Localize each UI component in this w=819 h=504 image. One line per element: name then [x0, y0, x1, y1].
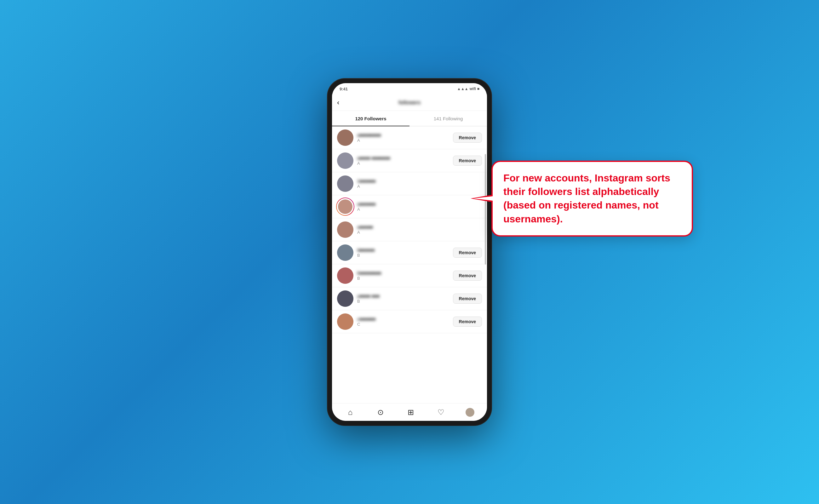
avatar-image	[337, 152, 353, 169]
avatar-image	[337, 313, 353, 330]
bottom-nav: ⌂ ⊙ ⊞ ♡	[332, 403, 487, 421]
page-title: followers	[398, 100, 421, 106]
back-button[interactable]: ‹	[337, 99, 339, 107]
list-item: a■■■■■ A	[332, 218, 487, 241]
nav-search-icon[interactable]: ⊙	[375, 407, 386, 418]
header: ‹ followers	[332, 95, 487, 111]
user-name: a■■■■ ■■■■■■■	[357, 156, 453, 161]
nav-add-icon[interactable]: ⊞	[405, 407, 416, 418]
user-handle: A	[357, 207, 482, 212]
list-item: a■■■■■■■■ A Remove	[332, 126, 487, 149]
user-handle: C	[357, 322, 453, 327]
user-name: c■■■■■■	[357, 317, 453, 322]
user-name: b■■■■■■■■	[357, 271, 453, 276]
user-info: 1■■■■■■ A	[357, 179, 482, 189]
avatar-image	[337, 175, 353, 192]
user-name: 1■■■■■■	[357, 179, 482, 184]
followers-list: a■■■■■■■■ A Remove a■■■■ ■■■■■■■ A Remov…	[332, 126, 487, 403]
user-info: a■■■■■■ A	[357, 202, 482, 212]
user-info: a■■■■■ A	[357, 225, 482, 235]
avatar	[337, 290, 353, 307]
user-info: t■■■■■■ B	[357, 248, 453, 258]
user-info: b■■■■■■■■ B	[357, 271, 453, 281]
phone-screen: 9:41 ▲▲▲ wifi ■ ‹ followers 120 Follower…	[332, 83, 487, 421]
remove-button[interactable]: Remove	[453, 271, 482, 281]
phone-frame: 9:41 ▲▲▲ wifi ■ ‹ followers 120 Follower…	[328, 79, 491, 425]
avatar-image	[337, 244, 353, 261]
avatar	[337, 198, 353, 215]
scroll-indicator	[485, 154, 486, 265]
list-item: c■■■■■■ C Remove	[332, 310, 487, 333]
user-handle: A	[357, 184, 482, 189]
tab-following[interactable]: 141 Following	[409, 111, 487, 126]
battery-icon: ■	[477, 87, 479, 91]
signal-icon: ▲▲▲	[457, 87, 468, 91]
user-name: a■■■■■	[357, 225, 482, 230]
remove-button[interactable]: Remove	[453, 156, 482, 166]
user-name: a■■■■■■	[357, 202, 482, 207]
callout-arrow	[467, 192, 493, 205]
user-handle: A	[357, 161, 453, 166]
user-handle: B	[357, 276, 453, 281]
avatar-image	[337, 290, 353, 307]
nav-heart-icon[interactable]: ♡	[435, 407, 447, 418]
avatar	[337, 313, 353, 330]
tab-followers[interactable]: 120 Followers	[332, 111, 409, 126]
phone-wrapper: 9:41 ▲▲▲ wifi ■ ‹ followers 120 Follower…	[328, 79, 491, 425]
nav-home-icon[interactable]: ⌂	[345, 407, 356, 418]
user-handle: B	[357, 299, 453, 304]
wifi-icon: wifi	[470, 87, 476, 91]
list-item: 1■■■■■■ A	[332, 172, 487, 195]
user-handle: B	[357, 253, 453, 258]
list-item: t■■■■■■ B Remove	[332, 241, 487, 264]
nav-profile-avatar[interactable]	[466, 408, 474, 417]
avatar-image	[338, 199, 352, 214]
remove-button[interactable]: Remove	[453, 317, 482, 327]
remove-button[interactable]: Remove	[453, 133, 482, 143]
status-bar: 9:41 ▲▲▲ wifi ■	[332, 83, 487, 95]
tabs-bar: 120 Followers 141 Following	[332, 111, 487, 126]
list-item: y■■■■ ■■■ B Remove	[332, 287, 487, 310]
avatar	[337, 175, 353, 192]
avatar	[337, 129, 353, 146]
avatar-image	[337, 221, 353, 238]
list-item: a■■■■ ■■■■■■■ A Remove	[332, 149, 487, 172]
remove-button[interactable]: Remove	[453, 294, 482, 304]
avatar	[337, 152, 353, 169]
list-item: a■■■■■■ A	[332, 195, 487, 218]
user-name: t■■■■■■	[357, 248, 453, 253]
user-info: y■■■■ ■■■ B	[357, 294, 453, 304]
callout-bubble: For new accounts, Instagram sorts their …	[491, 161, 693, 237]
user-info: a■■■■ ■■■■■■■ A	[357, 156, 453, 166]
user-handle: A	[357, 230, 482, 235]
user-name: a■■■■■■■■	[357, 133, 453, 138]
status-time: 9:41	[340, 87, 348, 91]
avatar-image	[337, 267, 353, 284]
remove-button[interactable]: Remove	[453, 248, 482, 258]
avatar	[337, 244, 353, 261]
avatar-image	[337, 129, 353, 146]
user-info: c■■■■■■ C	[357, 317, 453, 327]
user-info: a■■■■■■■■ A	[357, 133, 453, 143]
status-icons: ▲▲▲ wifi ■	[457, 87, 479, 91]
avatar	[337, 221, 353, 238]
avatar	[337, 267, 353, 284]
callout-text: For new accounts, Instagram sorts their …	[503, 171, 681, 226]
user-name: y■■■■ ■■■	[357, 294, 453, 299]
list-item: b■■■■■■■■ B Remove	[332, 264, 487, 287]
user-handle: A	[357, 138, 453, 143]
